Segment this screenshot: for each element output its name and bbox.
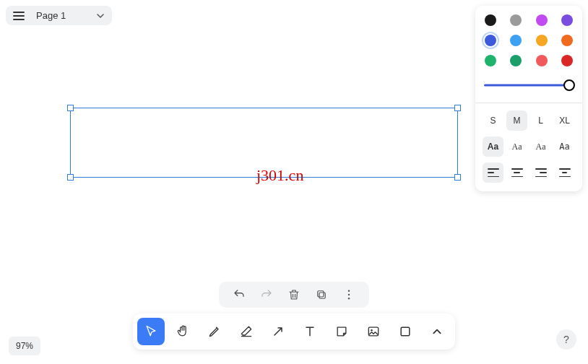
- toolbar-stack: [133, 282, 455, 350]
- image-tool[interactable]: [360, 318, 387, 345]
- size-option-m[interactable]: M: [506, 110, 527, 131]
- font-option-3[interactable]: Aa: [554, 136, 575, 157]
- svg-point-3: [348, 294, 350, 295]
- size-option-l[interactable]: L: [530, 110, 551, 131]
- font-option-2[interactable]: Aa: [530, 136, 551, 157]
- color-swatch-9[interactable]: [510, 55, 522, 66]
- color-swatch-5[interactable]: [510, 35, 522, 46]
- sticky-note-tool[interactable]: [328, 318, 355, 345]
- size-option-xl[interactable]: XL: [554, 110, 575, 131]
- color-swatch-11[interactable]: [561, 55, 573, 66]
- properties-panel: SMLXL AaAaAaAa: [475, 6, 582, 191]
- action-bar: [219, 282, 369, 308]
- align-justify-button[interactable]: [554, 162, 575, 183]
- align-justify-icon: [559, 168, 571, 177]
- selected-shape[interactable]: [70, 108, 458, 178]
- help-button[interactable]: ?: [556, 329, 576, 350]
- color-palette: [483, 14, 575, 66]
- svg-rect-1: [318, 291, 324, 297]
- resize-handle-tr[interactable]: [454, 105, 461, 111]
- stroke-width-slider[interactable]: [484, 78, 574, 92]
- eraser-tool[interactable]: [233, 318, 260, 345]
- color-swatch-4[interactable]: [485, 35, 496, 46]
- align-left-icon: [488, 168, 499, 177]
- slider-thumb[interactable]: [563, 79, 575, 91]
- redo-button[interactable]: [259, 287, 274, 302]
- size-options: SMLXL: [483, 110, 575, 131]
- color-swatch-6[interactable]: [536, 35, 548, 46]
- font-option-1[interactable]: Aa: [506, 136, 527, 157]
- text-tool[interactable]: [296, 318, 324, 345]
- undo-button[interactable]: [232, 287, 246, 302]
- align-right-button[interactable]: [530, 162, 551, 183]
- align-right-icon: [535, 168, 547, 177]
- color-swatch-1[interactable]: [510, 14, 522, 26]
- resize-handle-bl[interactable]: [67, 174, 74, 181]
- color-swatch-10[interactable]: [536, 55, 548, 66]
- svg-rect-7: [401, 327, 410, 336]
- align-center-button[interactable]: [506, 162, 527, 183]
- svg-point-6: [371, 329, 373, 332]
- delete-button[interactable]: [287, 287, 301, 302]
- collapse-toolbar-button[interactable]: [423, 318, 451, 345]
- color-swatch-7[interactable]: [561, 35, 573, 46]
- size-option-s[interactable]: S: [483, 110, 503, 131]
- color-swatch-3[interactable]: [561, 14, 573, 26]
- hand-tool[interactable]: [169, 318, 196, 345]
- font-options: AaAaAaAa: [483, 136, 575, 157]
- font-option-0[interactable]: Aa: [483, 136, 503, 157]
- svg-rect-0: [319, 292, 325, 298]
- shape-tool[interactable]: [392, 318, 419, 345]
- align-center-icon: [511, 168, 523, 177]
- align-options: [483, 162, 575, 183]
- duplicate-button[interactable]: [314, 287, 329, 302]
- color-swatch-0[interactable]: [485, 14, 496, 26]
- select-tool[interactable]: [137, 318, 165, 345]
- resize-handle-tl[interactable]: [67, 105, 74, 111]
- zoom-indicator[interactable]: 97%: [9, 337, 40, 355]
- color-swatch-8[interactable]: [485, 55, 496, 66]
- svg-point-2: [348, 290, 350, 292]
- more-button[interactable]: [342, 287, 356, 302]
- resize-handle-br[interactable]: [454, 174, 461, 181]
- color-swatch-2[interactable]: [536, 14, 548, 26]
- align-left-button[interactable]: [483, 162, 503, 183]
- svg-rect-5: [368, 327, 378, 336]
- tool-bar: [133, 313, 455, 350]
- arrow-tool[interactable]: [264, 318, 292, 345]
- svg-point-4: [348, 298, 350, 299]
- pencil-tool[interactable]: [201, 318, 228, 345]
